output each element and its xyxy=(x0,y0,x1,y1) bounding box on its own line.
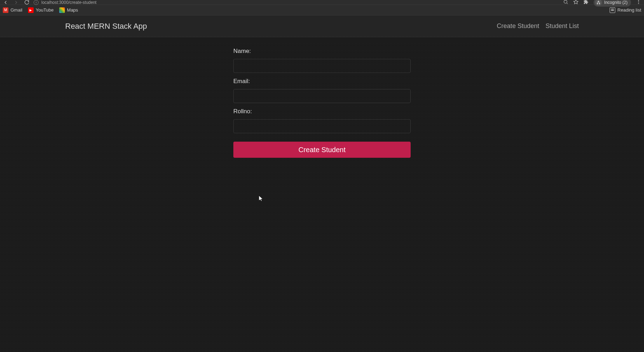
chrome-right-icons: Incognito (2) xyxy=(563,0,641,7)
app-navbar: React MERN Stack App Create Student Stud… xyxy=(0,15,644,37)
incognito-icon xyxy=(595,0,602,6)
forward-icon[interactable] xyxy=(13,0,19,5)
email-label: Email: xyxy=(233,78,411,85)
kebab-menu-icon[interactable] xyxy=(636,0,641,6)
bookmark-label: Maps xyxy=(67,7,78,13)
url-text: localhost:3000/create-student xyxy=(41,0,96,5)
svg-line-1 xyxy=(567,3,568,4)
svg-point-0 xyxy=(564,0,567,3)
youtube-icon: ▶ xyxy=(28,7,34,13)
form-group-name: Name: xyxy=(233,48,411,73)
svg-point-4 xyxy=(638,1,639,2)
extensions-icon[interactable] xyxy=(583,0,589,6)
bookmark-star-icon[interactable] xyxy=(573,0,578,6)
bookmarks-bar: M Gmail ▶ YouTube Maps Reading list xyxy=(0,5,644,15)
form-group-email: Email: xyxy=(233,78,411,103)
bookmark-label: YouTube xyxy=(36,7,54,13)
back-icon[interactable] xyxy=(3,0,8,5)
rollno-label: Rollno: xyxy=(233,108,411,115)
svg-point-3 xyxy=(638,0,639,1)
create-student-form: Name: Email: Rollno: Create Student xyxy=(233,48,411,158)
address-bar[interactable]: i localhost:3000/create-student xyxy=(34,0,559,5)
svg-marker-2 xyxy=(574,0,578,4)
incognito-badge[interactable]: Incognito (2) xyxy=(594,0,631,7)
svg-point-5 xyxy=(638,3,639,4)
bookmark-label: Gmail xyxy=(11,7,22,13)
name-label: Name: xyxy=(233,48,411,55)
app-brand[interactable]: React MERN Stack App xyxy=(65,22,147,31)
bookmark-maps[interactable]: Maps xyxy=(59,7,78,13)
browser-toolbar: i localhost:3000/create-student Incognit… xyxy=(0,0,644,5)
reading-list-button[interactable]: Reading list xyxy=(610,7,641,13)
maps-icon xyxy=(59,7,65,13)
bookmark-youtube[interactable]: ▶ YouTube xyxy=(28,7,54,13)
nav-link-create-student[interactable]: Create Student xyxy=(497,22,539,30)
zoom-icon[interactable] xyxy=(563,0,568,6)
site-info-icon[interactable]: i xyxy=(34,0,39,5)
reading-list-icon xyxy=(610,7,615,13)
bookmark-gmail[interactable]: M Gmail xyxy=(3,7,22,13)
reload-icon[interactable] xyxy=(24,0,29,5)
name-input[interactable] xyxy=(233,59,411,73)
incognito-label: Incognito (2) xyxy=(604,0,628,5)
nav-links: Create Student Student List xyxy=(497,22,579,30)
form-group-rollno: Rollno: xyxy=(233,108,411,133)
email-input[interactable] xyxy=(233,89,411,103)
nav-link-student-list[interactable]: Student List xyxy=(546,22,579,30)
rollno-input[interactable] xyxy=(233,119,411,133)
create-student-button[interactable]: Create Student xyxy=(233,142,411,158)
page-content: Name: Email: Rollno: Create Student xyxy=(0,37,644,352)
reading-list-label: Reading list xyxy=(617,7,641,13)
nav-icons xyxy=(3,0,29,5)
gmail-icon: M xyxy=(3,7,8,13)
